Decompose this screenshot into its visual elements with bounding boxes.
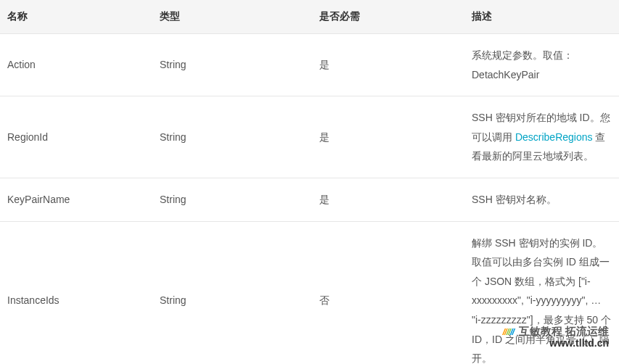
cell-name: RegionId xyxy=(0,96,152,178)
col-required: 是否必需 xyxy=(312,0,464,34)
cell-type: String xyxy=(152,178,312,221)
col-name: 名称 xyxy=(0,0,152,34)
cell-required: 否 xyxy=(312,221,464,364)
cell-type: String xyxy=(152,221,312,364)
cell-desc: 系统规定参数。取值：DetachKeyPair xyxy=(464,34,619,96)
cell-type: String xyxy=(152,34,312,96)
cell-desc: 解绑 SSH 密钥对的实例 ID。取值可以由多台实例 ID 组成一个 JSON … xyxy=(464,221,619,364)
cell-name: KeyPairName xyxy=(0,178,152,221)
table-header-row: 名称 类型 是否必需 描述 xyxy=(0,0,619,34)
cell-name: Action xyxy=(0,34,152,96)
table-row: InstanceIdsString否解绑 SSH 密钥对的实例 ID。取值可以由… xyxy=(0,221,619,364)
table-row: KeyPairNameString是SSH 密钥对名称。 xyxy=(0,178,619,221)
col-type: 类型 xyxy=(152,0,312,34)
params-table: 名称 类型 是否必需 描述 ActionString是系统规定参数。取值：Det… xyxy=(0,0,619,364)
cell-required: 是 xyxy=(312,34,464,96)
cell-type: String xyxy=(152,96,312,178)
table-body: ActionString是系统规定参数。取值：DetachKeyPairRegi… xyxy=(0,34,619,365)
link-describeregions[interactable]: DescribeRegions xyxy=(515,131,593,143)
cell-desc: SSH 密钥对名称。 xyxy=(464,178,619,221)
cell-required: 是 xyxy=(312,96,464,178)
table-row: ActionString是系统规定参数。取值：DetachKeyPair xyxy=(0,34,619,96)
table-row: RegionIdString是SSH 密钥对所在的地域 ID。您可以调用 Des… xyxy=(0,96,619,178)
cell-desc: SSH 密钥对所在的地域 ID。您可以调用 DescribeRegions 查看… xyxy=(464,96,619,178)
cell-name: InstanceIds xyxy=(0,221,152,364)
cell-required: 是 xyxy=(312,178,464,221)
col-desc: 描述 xyxy=(464,0,619,34)
